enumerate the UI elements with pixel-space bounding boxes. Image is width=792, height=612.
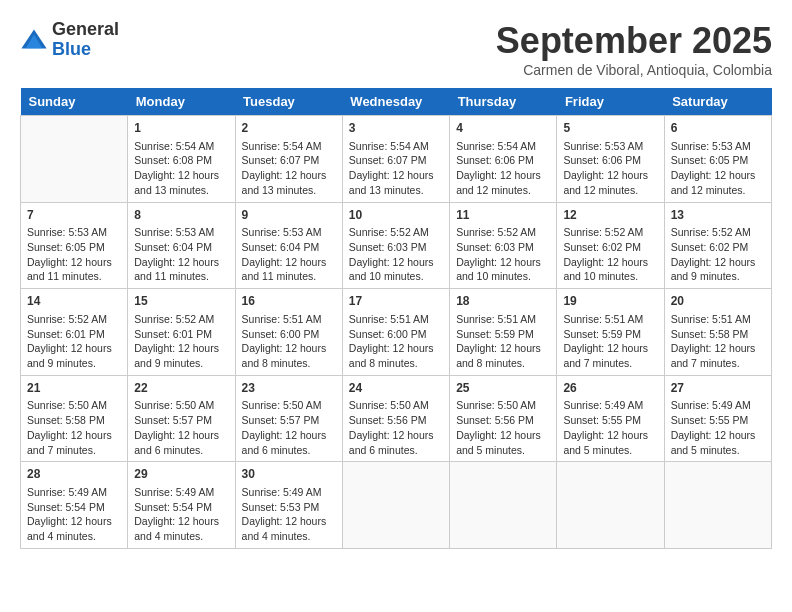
day-info-line: Sunset: 5:59 PM (456, 327, 550, 342)
day-info-line: Sunset: 6:04 PM (134, 240, 228, 255)
day-number: 3 (349, 120, 443, 137)
calendar-cell: 20Sunrise: 5:51 AMSunset: 5:58 PMDayligh… (664, 289, 771, 376)
day-info-line: and 9 minutes. (671, 269, 765, 284)
day-number: 24 (349, 380, 443, 397)
calendar-cell: 18Sunrise: 5:51 AMSunset: 5:59 PMDayligh… (450, 289, 557, 376)
logo: General Blue (20, 20, 119, 60)
calendar-cell: 27Sunrise: 5:49 AMSunset: 5:55 PMDayligh… (664, 375, 771, 462)
day-info-line: and 4 minutes. (242, 529, 336, 544)
day-info-line: Sunset: 6:01 PM (27, 327, 121, 342)
calendar-cell (664, 462, 771, 549)
calendar-header-row: SundayMondayTuesdayWednesdayThursdayFrid… (21, 88, 772, 116)
day-number: 10 (349, 207, 443, 224)
day-info-line: Sunrise: 5:52 AM (27, 312, 121, 327)
day-number: 28 (27, 466, 121, 483)
day-number: 25 (456, 380, 550, 397)
day-number: 22 (134, 380, 228, 397)
calendar-cell (342, 462, 449, 549)
calendar-cell: 25Sunrise: 5:50 AMSunset: 5:56 PMDayligh… (450, 375, 557, 462)
day-number: 27 (671, 380, 765, 397)
day-info-line: Sunrise: 5:51 AM (671, 312, 765, 327)
day-number: 14 (27, 293, 121, 310)
day-info-line: Sunrise: 5:51 AM (242, 312, 336, 327)
logo-blue: Blue (52, 40, 119, 60)
day-info-line: Daylight: 12 hours (27, 255, 121, 270)
day-info-line: Daylight: 12 hours (242, 428, 336, 443)
day-number: 13 (671, 207, 765, 224)
day-info-line: Daylight: 12 hours (134, 168, 228, 183)
day-info-line: Sunset: 5:57 PM (134, 413, 228, 428)
day-info-line: Sunrise: 5:49 AM (134, 485, 228, 500)
day-info-line: Daylight: 12 hours (563, 168, 657, 183)
day-info-line: Daylight: 12 hours (242, 168, 336, 183)
calendar-header-saturday: Saturday (664, 88, 771, 116)
day-info-line: Sunset: 6:02 PM (563, 240, 657, 255)
day-info-line: and 7 minutes. (563, 356, 657, 371)
day-info-line: Sunrise: 5:51 AM (456, 312, 550, 327)
day-info-line: and 5 minutes. (456, 443, 550, 458)
day-info-line: Sunset: 6:07 PM (349, 153, 443, 168)
day-info-line: Sunset: 5:59 PM (563, 327, 657, 342)
day-info-line: Sunset: 5:55 PM (563, 413, 657, 428)
day-info-line: Sunrise: 5:54 AM (456, 139, 550, 154)
calendar-header-wednesday: Wednesday (342, 88, 449, 116)
day-info-line: Sunset: 6:08 PM (134, 153, 228, 168)
calendar-cell: 30Sunrise: 5:49 AMSunset: 5:53 PMDayligh… (235, 462, 342, 549)
day-number: 8 (134, 207, 228, 224)
day-info-line: and 11 minutes. (27, 269, 121, 284)
day-info-line: Daylight: 12 hours (349, 255, 443, 270)
calendar-week-row: 7Sunrise: 5:53 AMSunset: 6:05 PMDaylight… (21, 202, 772, 289)
day-info-line: Daylight: 12 hours (27, 428, 121, 443)
day-info-line: Sunrise: 5:49 AM (27, 485, 121, 500)
day-number: 26 (563, 380, 657, 397)
calendar-header-sunday: Sunday (21, 88, 128, 116)
title-area: September 2025 Carmen de Viboral, Antioq… (496, 20, 772, 78)
day-info-line: Sunrise: 5:50 AM (27, 398, 121, 413)
day-info-line: Sunset: 5:58 PM (27, 413, 121, 428)
day-info-line: Sunrise: 5:52 AM (563, 225, 657, 240)
calendar-cell: 12Sunrise: 5:52 AMSunset: 6:02 PMDayligh… (557, 202, 664, 289)
day-number: 11 (456, 207, 550, 224)
day-info-line: Daylight: 12 hours (134, 514, 228, 529)
calendar-week-row: 21Sunrise: 5:50 AMSunset: 5:58 PMDayligh… (21, 375, 772, 462)
day-info-line: Daylight: 12 hours (27, 514, 121, 529)
day-info-line: Sunset: 5:56 PM (349, 413, 443, 428)
day-info-line: Sunrise: 5:50 AM (349, 398, 443, 413)
calendar-cell: 26Sunrise: 5:49 AMSunset: 5:55 PMDayligh… (557, 375, 664, 462)
day-number: 20 (671, 293, 765, 310)
day-info-line: Daylight: 12 hours (456, 168, 550, 183)
calendar-header-tuesday: Tuesday (235, 88, 342, 116)
day-info-line: Sunrise: 5:54 AM (349, 139, 443, 154)
day-info-line: Sunrise: 5:54 AM (134, 139, 228, 154)
calendar-cell: 22Sunrise: 5:50 AMSunset: 5:57 PMDayligh… (128, 375, 235, 462)
day-info-line: and 8 minutes. (456, 356, 550, 371)
day-info-line: Sunset: 5:53 PM (242, 500, 336, 515)
calendar-header-monday: Monday (128, 88, 235, 116)
day-number: 23 (242, 380, 336, 397)
day-info-line: and 7 minutes. (27, 443, 121, 458)
calendar-cell: 4Sunrise: 5:54 AMSunset: 6:06 PMDaylight… (450, 116, 557, 203)
calendar-cell: 29Sunrise: 5:49 AMSunset: 5:54 PMDayligh… (128, 462, 235, 549)
day-info-line: and 11 minutes. (242, 269, 336, 284)
calendar-cell: 6Sunrise: 5:53 AMSunset: 6:05 PMDaylight… (664, 116, 771, 203)
day-info-line: Daylight: 12 hours (563, 255, 657, 270)
day-number: 1 (134, 120, 228, 137)
day-number: 30 (242, 466, 336, 483)
day-info-line: Sunset: 5:54 PM (134, 500, 228, 515)
day-info-line: Sunrise: 5:53 AM (27, 225, 121, 240)
calendar-cell: 21Sunrise: 5:50 AMSunset: 5:58 PMDayligh… (21, 375, 128, 462)
day-info-line: Daylight: 12 hours (349, 168, 443, 183)
day-number: 9 (242, 207, 336, 224)
day-info-line: Sunrise: 5:50 AM (456, 398, 550, 413)
day-info-line: Sunrise: 5:52 AM (134, 312, 228, 327)
calendar-cell: 9Sunrise: 5:53 AMSunset: 6:04 PMDaylight… (235, 202, 342, 289)
day-info-line: Sunset: 6:01 PM (134, 327, 228, 342)
location: Carmen de Viboral, Antioquia, Colombia (496, 62, 772, 78)
day-info-line: and 10 minutes. (456, 269, 550, 284)
day-info-line: and 5 minutes. (563, 443, 657, 458)
day-info-line: Sunrise: 5:52 AM (349, 225, 443, 240)
day-info-line: and 11 minutes. (134, 269, 228, 284)
day-info-line: Sunrise: 5:54 AM (242, 139, 336, 154)
day-info-line: and 10 minutes. (563, 269, 657, 284)
day-info-line: Daylight: 12 hours (349, 428, 443, 443)
